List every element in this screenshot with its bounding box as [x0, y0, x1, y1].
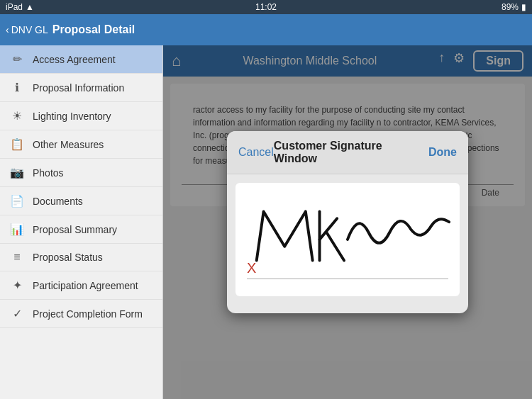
sidebar-item-participation-agreement[interactable]: ✦ Participation Agreement	[0, 271, 162, 300]
modal-header: Cancel Customer Signature Window Done	[227, 131, 468, 174]
back-chevron-icon: ‹	[6, 24, 9, 35]
modal-bottom-spacer	[227, 305, 468, 313]
status-bar: iPad ▲ 11:02 89% ▮	[0, 0, 532, 14]
sidebar-item-proposal-status[interactable]: ≡ Proposal Status	[0, 244, 162, 271]
sidebar: ✏ Access Agreement ℹ Proposal Informatio…	[0, 45, 163, 399]
modal-overlay: Cancel Customer Signature Window Done	[163, 45, 532, 399]
battery-percentage: 89%	[501, 2, 519, 12]
sidebar-item-project-completion-form[interactable]: ✓ Project Completion Form	[0, 300, 162, 328]
nav-bar: ‹ DNV GL Proposal Detail	[0, 14, 532, 45]
back-label: DNV GL	[11, 24, 48, 35]
time-display: 11:02	[255, 2, 277, 12]
ipad-label: iPad	[6, 2, 23, 12]
content-area: ⌂ Washington Middle School ↑ ⚙ Sign ract…	[163, 45, 532, 399]
edit-icon: ✏	[9, 52, 26, 66]
sidebar-item-proposal-information[interactable]: ℹ Proposal Information	[0, 74, 162, 102]
sidebar-label-access-agreement: Access Agreement	[33, 54, 116, 65]
sidebar-item-documents[interactable]: 📄 Documents	[0, 187, 162, 215]
camera-icon: 📷	[9, 166, 26, 179]
battery-icon: ▮	[521, 2, 526, 12]
signature-x-marker: X	[247, 260, 256, 276]
signature-modal: Cancel Customer Signature Window Done	[227, 131, 468, 313]
info-icon: ℹ	[9, 81, 26, 94]
main-layout: ✏ Access Agreement ℹ Proposal Informatio…	[0, 45, 532, 399]
chart-icon: 📊	[9, 223, 26, 236]
signature-baseline	[247, 279, 448, 279]
nav-title: Proposal Detail	[52, 23, 135, 36]
sidebar-label-project-completion-form: Project Completion Form	[33, 308, 143, 320]
sidebar-label-participation-agreement: Participation Agreement	[33, 280, 138, 291]
list-icon: ≡	[9, 251, 26, 264]
signature-canvas[interactable]: X	[235, 183, 460, 296]
sidebar-label-lighting-inventory: Lighting Inventory	[33, 111, 111, 122]
measures-icon: 📋	[9, 137, 26, 151]
sidebar-label-proposal-status: Proposal Status	[33, 252, 103, 263]
signature-drawing	[243, 190, 453, 275]
sidebar-label-proposal-summary: Proposal Summary	[33, 224, 117, 235]
sidebar-label-photos: Photos	[33, 167, 64, 179]
sidebar-label-documents: Documents	[33, 196, 83, 207]
sun-icon: ☀	[9, 109, 26, 123]
sidebar-label-proposal-information: Proposal Information	[33, 82, 124, 94]
star-icon: ✦	[9, 279, 26, 292]
sidebar-label-other-measures: Other Measures	[33, 139, 104, 150]
sidebar-item-photos[interactable]: 📷 Photos	[0, 159, 162, 187]
modal-done-button[interactable]: Done	[428, 146, 457, 159]
modal-cancel-button[interactable]: Cancel	[238, 146, 274, 159]
back-button[interactable]: ‹ DNV GL	[6, 24, 48, 35]
sidebar-item-other-measures[interactable]: 📋 Other Measures	[0, 130, 162, 159]
sidebar-item-proposal-summary[interactable]: 📊 Proposal Summary	[0, 215, 162, 244]
document-icon: 📄	[9, 194, 26, 208]
sidebar-item-lighting-inventory[interactable]: ☀ Lighting Inventory	[0, 102, 162, 130]
modal-title: Customer Signature Window	[274, 140, 428, 165]
check-circle-icon: ✓	[9, 307, 26, 320]
wifi-icon: ▲	[26, 2, 34, 12]
sidebar-item-access-agreement[interactable]: ✏ Access Agreement	[0, 45, 162, 74]
